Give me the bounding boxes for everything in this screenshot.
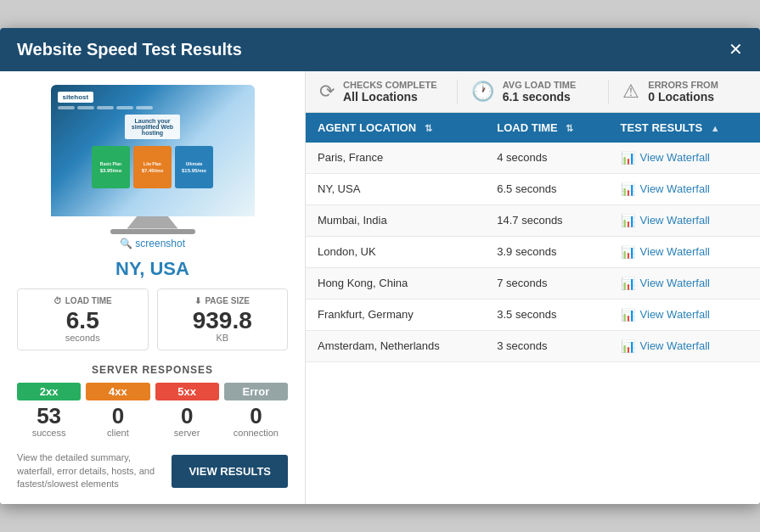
- bottom-text: View the detailed summary, waterfall, er…: [17, 451, 158, 490]
- cell-results: 📊View Waterfall: [609, 143, 760, 174]
- code-4xx: 4xx 0 client: [86, 383, 149, 439]
- monitor-screen: sitehost Launch yoursimplified Webhostin…: [51, 85, 255, 216]
- sort-loadtime-icon: ⇅: [566, 123, 573, 133]
- table-header-row: AGENT LOCATION ⇅ LOAD TIME ⇅ TEST RESULT…: [306, 113, 760, 143]
- load-time-unit: seconds: [26, 333, 139, 343]
- errors-value: 0 Locations: [648, 90, 718, 104]
- waterfall-bar-icon: 📊: [621, 182, 635, 196]
- server-responses-title: SERVER RESPONSES: [17, 364, 288, 376]
- cell-loadtime: 3.5 seconds: [485, 299, 608, 330]
- table-row: NY, USA6.5 seconds📊View Waterfall: [306, 173, 760, 204]
- cell-location: Mumbai, India: [306, 204, 485, 236]
- screen-plans: Basic Plan $3.95/mo Lite Plan $7.45/mo U…: [92, 146, 213, 188]
- cell-location: Hong Kong, China: [306, 267, 485, 299]
- cell-loadtime: 4 seconds: [485, 143, 608, 174]
- view-waterfall-link[interactable]: 📊View Waterfall: [621, 277, 748, 290]
- results-table-container: AGENT LOCATION ⇅ LOAD TIME ⇅ TEST RESULT…: [306, 113, 760, 505]
- cell-location: London, UK: [306, 236, 485, 267]
- plan-card-basic: Basic Plan $3.95/mo: [92, 146, 130, 188]
- col-location[interactable]: AGENT LOCATION ⇅: [306, 113, 485, 143]
- errors-icon: ⚠: [622, 81, 639, 103]
- view-results-button[interactable]: VIEW RESULTS: [172, 455, 288, 488]
- count-error: 0: [224, 404, 288, 428]
- table-body: Paris, France4 seconds📊View WaterfallNY,…: [306, 143, 760, 362]
- modal-container: Website Speed Test Results ✕ sitehost La…: [0, 28, 760, 505]
- sort-location-icon: ⇅: [425, 123, 432, 133]
- checks-icon: ⟳: [319, 81, 335, 103]
- current-location-name: NY, USA: [17, 258, 288, 280]
- view-waterfall-link[interactable]: 📊View Waterfall: [621, 151, 748, 165]
- cell-loadtime: 6.5 seconds: [485, 173, 608, 204]
- badge-2xx: 2xx: [17, 383, 81, 400]
- view-waterfall-link[interactable]: 📊View Waterfall: [621, 339, 748, 353]
- cell-results: 📊View Waterfall: [609, 236, 760, 267]
- close-button[interactable]: ✕: [729, 41, 743, 58]
- page-size-box: ⬇ PAGE SIZE 939.8 KB: [157, 288, 289, 350]
- cell-results: 📊View Waterfall: [609, 173, 760, 204]
- cell-results: 📊View Waterfall: [609, 330, 760, 361]
- code-error: Error 0 connection: [224, 383, 288, 439]
- waterfall-bar-icon: 📊: [621, 339, 635, 353]
- monitor-frame: sitehost Launch yoursimplified Webhostin…: [51, 85, 255, 216]
- avg-title: AVG LOAD TIME: [503, 80, 577, 90]
- table-row: Frankfurt, Germany3.5 seconds📊View Water…: [306, 299, 760, 330]
- table-row: Hong Kong, China7 seconds📊View Waterfall: [306, 267, 760, 299]
- table-row: Amsterdam, Netherlands3 seconds📊View Wat…: [306, 330, 760, 361]
- results-table: AGENT LOCATION ⇅ LOAD TIME ⇅ TEST RESULT…: [306, 113, 760, 362]
- right-panel: ⟳ CHECKS COMPLETE All Locations 🕐 AVG LO…: [306, 71, 760, 505]
- badge-error: Error: [224, 383, 288, 400]
- download-icon: ⬇: [194, 296, 201, 305]
- avg-icon: 🕐: [471, 81, 494, 103]
- summary-errors: ⚠ ERRORS FROM 0 Locations: [609, 80, 760, 104]
- cell-loadtime: 3.9 seconds: [485, 236, 608, 267]
- plan-card-lite: Lite Plan $7.45/mo: [133, 146, 172, 188]
- checks-text-group: CHECKS COMPLETE All Locations: [343, 80, 437, 104]
- view-waterfall-link[interactable]: 📊View Waterfall: [621, 214, 748, 227]
- col-results[interactable]: TEST RESULTS ▲: [609, 113, 760, 143]
- page-size-label: ⬇ PAGE SIZE: [166, 296, 279, 305]
- plan-card-ultimate: Ultimate $15.95/mo: [175, 146, 213, 188]
- col-loadtime[interactable]: LOAD TIME ⇅: [485, 113, 608, 143]
- table-row: London, UK3.9 seconds📊View Waterfall: [306, 236, 760, 267]
- summary-avg: 🕐 AVG LOAD TIME 6.1 seconds: [458, 80, 610, 104]
- stats-row: ⏱ LOAD TIME 6.5 seconds ⬇ PAGE SIZE 939.…: [17, 288, 288, 350]
- summary-bar: ⟳ CHECKS COMPLETE All Locations 🕐 AVG LO…: [306, 71, 760, 113]
- count-4xx: 0: [86, 404, 149, 428]
- cell-results: 📊View Waterfall: [609, 267, 760, 299]
- errors-text-group: ERRORS FROM 0 Locations: [648, 80, 718, 104]
- load-time-value: 6.5: [26, 309, 139, 333]
- checks-value: All Locations: [343, 90, 437, 104]
- sort-results-icon: ▲: [711, 123, 720, 133]
- waterfall-bar-icon: 📊: [621, 214, 635, 227]
- load-time-box: ⏱ LOAD TIME 6.5 seconds: [17, 288, 149, 350]
- screen-logo: sitehost: [58, 92, 94, 103]
- summary-checks: ⟳ CHECKS COMPLETE All Locations: [306, 80, 458, 104]
- badge-5xx: 5xx: [155, 383, 219, 400]
- count-5xx: 0: [155, 404, 219, 428]
- waterfall-bar-icon: 📊: [621, 151, 635, 165]
- left-panel: sitehost Launch yoursimplified Webhostin…: [0, 71, 306, 505]
- badge-4xx: 4xx: [86, 383, 149, 400]
- desc-5xx: server: [155, 428, 219, 438]
- cell-location: Paris, France: [306, 143, 485, 174]
- cell-location: Amsterdam, Netherlands: [306, 330, 485, 361]
- modal-title: Website Speed Test Results: [17, 40, 242, 59]
- view-waterfall-link[interactable]: 📊View Waterfall: [621, 245, 748, 259]
- avg-value: 6.1 seconds: [503, 90, 577, 104]
- view-waterfall-link[interactable]: 📊View Waterfall: [621, 182, 748, 196]
- cell-loadtime: 3 seconds: [485, 330, 608, 361]
- view-waterfall-link[interactable]: 📊View Waterfall: [621, 308, 748, 322]
- desc-2xx: success: [17, 428, 81, 438]
- clock-icon: ⏱: [53, 296, 62, 305]
- page-size-unit: KB: [166, 333, 279, 343]
- response-codes: 2xx 53 success 4xx 0 client 5xx 0 server…: [17, 383, 288, 439]
- code-2xx: 2xx 53 success: [17, 383, 81, 439]
- bottom-section: View the detailed summary, waterfall, er…: [17, 451, 288, 490]
- desc-error: connection: [224, 428, 288, 438]
- waterfall-bar-icon: 📊: [621, 245, 635, 259]
- avg-text-group: AVG LOAD TIME 6.1 seconds: [503, 80, 577, 104]
- screenshot-link[interactable]: screenshot: [17, 238, 288, 249]
- waterfall-bar-icon: 📊: [621, 308, 635, 322]
- screen-nav: [58, 106, 153, 109]
- modal-body: sitehost Launch yoursimplified Webhostin…: [0, 71, 760, 505]
